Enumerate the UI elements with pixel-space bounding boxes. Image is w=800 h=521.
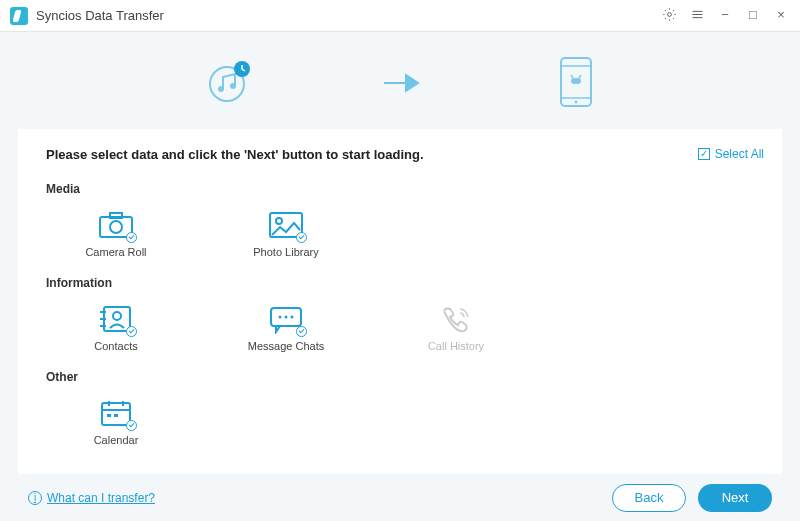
itunes-music-icon <box>206 59 252 108</box>
item-label: Message Chats <box>248 340 324 352</box>
item-call-history: Call History <box>416 304 496 352</box>
item-calendar[interactable]: Calendar <box>76 398 156 446</box>
select-all-toggle[interactable]: ✓ Select All <box>698 147 764 161</box>
check-icon <box>296 326 307 337</box>
information-row: Contacts Message Chats Call History <box>46 304 754 352</box>
item-message-chats[interactable]: Message Chats <box>246 304 326 352</box>
window-controls: − □ × <box>660 7 790 25</box>
help-link[interactable]: i What can I transfer? <box>28 491 155 505</box>
footer: i What can I transfer? Back Next <box>0 474 800 521</box>
item-label: Contacts <box>94 340 137 352</box>
svg-rect-12 <box>571 78 581 84</box>
maximize-button[interactable]: □ <box>744 7 762 25</box>
svg-point-6 <box>230 83 236 89</box>
item-label: Call History <box>428 340 484 352</box>
menu-icon[interactable] <box>688 7 706 25</box>
svg-rect-33 <box>107 414 111 417</box>
arrow-right-icon <box>382 67 428 101</box>
item-label: Photo Library <box>253 246 318 258</box>
photo-icon <box>268 210 304 240</box>
android-phone-icon <box>558 56 594 111</box>
svg-point-27 <box>285 316 288 319</box>
selection-panel: Please select data and click the 'Next' … <box>18 129 782 474</box>
phone-icon <box>438 304 474 334</box>
content-area: Please select data and click the 'Next' … <box>0 32 800 521</box>
check-icon <box>126 420 137 431</box>
contacts-icon <box>98 304 134 334</box>
item-label: Camera Roll <box>85 246 146 258</box>
instruction-text: Please select data and click the 'Next' … <box>46 147 754 162</box>
close-button[interactable]: × <box>772 7 790 25</box>
select-all-label: Select All <box>715 147 764 161</box>
svg-line-14 <box>579 75 581 78</box>
item-camera-roll[interactable]: Camera Roll <box>76 210 156 258</box>
svg-point-0 <box>667 12 671 16</box>
transfer-flow <box>0 32 800 129</box>
section-other-title: Other <box>46 370 754 384</box>
help-label: What can I transfer? <box>47 491 155 505</box>
svg-point-26 <box>279 316 282 319</box>
svg-rect-16 <box>110 213 122 218</box>
app-logo <box>10 7 28 25</box>
message-icon <box>268 304 304 334</box>
item-photo-library[interactable]: Photo Library <box>246 210 326 258</box>
info-icon: i <box>28 491 42 505</box>
app-title: Syncios Data Transfer <box>36 8 164 23</box>
check-icon <box>126 232 137 243</box>
check-icon <box>126 326 137 337</box>
checkbox-icon: ✓ <box>698 148 710 160</box>
svg-point-19 <box>276 218 282 224</box>
check-icon <box>296 232 307 243</box>
back-button[interactable]: Back <box>612 484 686 512</box>
media-row: Camera Roll Photo Library <box>46 210 754 258</box>
calendar-icon <box>98 398 134 428</box>
svg-point-24 <box>113 312 121 320</box>
minimize-button[interactable]: − <box>716 7 734 25</box>
other-row: Calendar <box>46 398 754 446</box>
svg-point-5 <box>218 86 224 92</box>
titlebar: Syncios Data Transfer − □ × <box>0 0 800 32</box>
svg-point-17 <box>110 221 122 233</box>
item-label: Calendar <box>94 434 139 446</box>
camera-icon <box>98 210 134 240</box>
svg-rect-34 <box>114 414 118 417</box>
next-button[interactable]: Next <box>698 484 772 512</box>
svg-line-13 <box>571 75 573 78</box>
section-media-title: Media <box>46 182 754 196</box>
svg-point-11 <box>575 101 578 104</box>
svg-point-28 <box>291 316 294 319</box>
section-information-title: Information <box>46 276 754 290</box>
item-contacts[interactable]: Contacts <box>76 304 156 352</box>
gear-icon[interactable] <box>660 7 678 25</box>
